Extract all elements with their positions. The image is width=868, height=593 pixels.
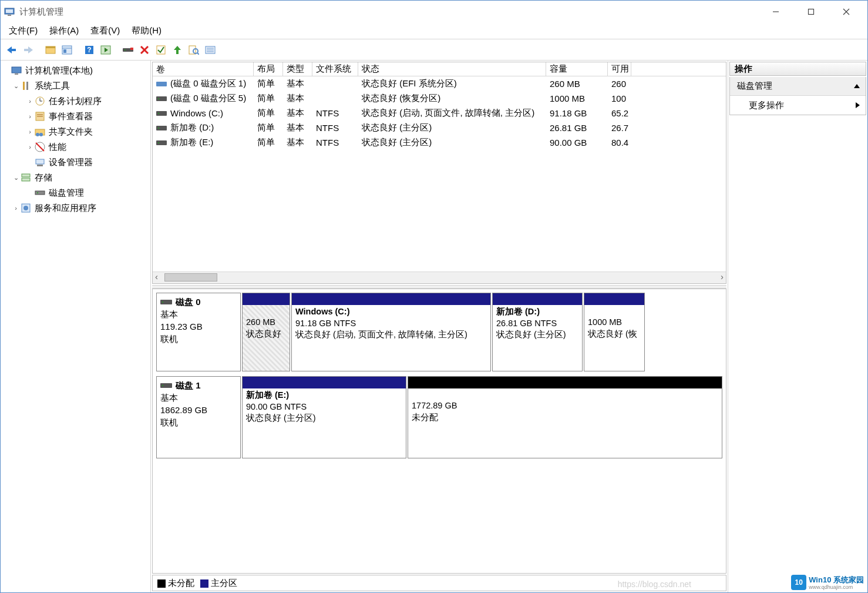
vol-fs: NTFS (312, 108, 358, 118)
disk-header[interactable]: 磁盘 1 基本 1862.89 GB 联机 (156, 376, 241, 458)
partition-d0p4[interactable]: 1000 MB 状态良好 (恢 (584, 293, 645, 371)
disk-map: 磁盘 0 基本 119.23 GB 联机 260 MB 状态良好 (152, 289, 726, 574)
collapse-icon[interactable]: ⌄ (12, 82, 19, 90)
partition-d0p1[interactable]: 260 MB 状态良好 (242, 293, 290, 371)
vol-status: 状态良好 (主分区) (358, 122, 546, 133)
disk-row-1: 磁盘 1 基本 1862.89 GB 联机 新加卷 (E:) 90.00 GB … (156, 376, 722, 458)
menu-action[interactable]: 操作(A) (49, 25, 79, 36)
maximize-button[interactable] (793, 1, 829, 23)
volume-row[interactable]: 新加卷 (E:) 简单 基本 NTFS 状态良好 (主分区) 90.00 GB … (153, 135, 726, 150)
volume-row[interactable]: 新加卷 (D:) 简单 基本 NTFS 状态良好 (主分区) 26.81 GB … (153, 120, 726, 135)
disk-size: 1862.89 GB (160, 404, 237, 416)
svg-rect-62 (156, 126, 167, 130)
back-button[interactable] (4, 42, 19, 58)
part-title: 新加卷 (D:) (496, 306, 578, 318)
partition-d0p2[interactable]: Windows (C:) 91.18 GB NTFS 状态良好 (启动, 页面文… (291, 293, 491, 371)
storage-icon (21, 172, 31, 183)
actions-more[interactable]: 更多操作 (730, 96, 866, 115)
expand-icon[interactable]: › (26, 98, 33, 105)
properties-button[interactable] (59, 42, 75, 58)
tree-task-scheduler[interactable]: › 任务计划程序 (1, 93, 150, 109)
tree-root[interactable]: 计算机管理(本地) (1, 63, 150, 78)
volume-row[interactable]: (磁盘 0 磁盘分区 1) 简单 基本 状态良好 (EFI 系统分区) 260 … (153, 76, 726, 91)
show-hide-tree-button[interactable] (43, 42, 58, 58)
expand-icon[interactable]: › (26, 113, 33, 120)
performance-icon (35, 142, 45, 152)
disk-size: 119.23 GB (160, 320, 237, 333)
delete-button[interactable] (137, 42, 152, 58)
col-capacity[interactable]: 容量 (546, 62, 608, 76)
minimize-button[interactable] (758, 1, 793, 23)
tree-services-apps[interactable]: › 服务和应用程序 (1, 200, 150, 216)
tree-performance[interactable]: › 性能 (1, 139, 150, 155)
volume-row[interactable]: (磁盘 0 磁盘分区 5) 简单 基本 状态良好 (恢复分区) 1000 MB … (153, 91, 726, 106)
col-layout[interactable]: 布局 (254, 62, 283, 76)
list-button[interactable] (203, 42, 218, 58)
collapse-icon[interactable]: ⌄ (12, 174, 19, 182)
disk-header[interactable]: 磁盘 0 基本 119.23 GB 联机 (156, 293, 241, 371)
col-fs[interactable]: 文件系统 (312, 62, 358, 76)
tree-label: 磁盘管理 (49, 187, 84, 199)
tree-label: 服务和应用程序 (35, 203, 96, 214)
partition-bar (408, 377, 722, 388)
tree-system-tools[interactable]: ⌄ 系统工具 (1, 78, 150, 93)
partition-d0p3[interactable]: 新加卷 (D:) 26.81 GB NTFS 状态良好 (主分区) (492, 293, 583, 371)
actions-section-disk-mgmt[interactable]: 磁盘管理 (730, 77, 866, 96)
window-title: 计算机管理 (19, 6, 758, 18)
partition-d1p1[interactable]: 新加卷 (E:) 90.00 GB NTFS 状态良好 (主分区) (242, 376, 406, 458)
expand-icon[interactable]: › (26, 128, 33, 135)
legend-unallocated: 未分配 (168, 578, 194, 588)
svg-rect-1 (6, 9, 13, 13)
center-pane: 卷 布局 类型 文件系统 状态 容量 可用 (磁盘 0 磁盘分区 1) 简单 基… (151, 61, 728, 592)
svg-point-69 (162, 385, 163, 386)
forward-button[interactable] (21, 42, 36, 58)
volume-row[interactable]: Windows (C:) 简单 基本 NTFS 状态良好 (启动, 页面文件, … (153, 106, 726, 120)
svg-text:?: ? (87, 46, 91, 54)
part-size: 1772.89 GB (412, 400, 718, 412)
svg-rect-53 (35, 191, 45, 195)
partition-d1p2-unallocated[interactable]: 1772.89 GB 未分配 (408, 376, 722, 458)
tree-disk-management[interactable]: 磁盘管理 (1, 185, 150, 200)
scroll-thumb[interactable] (164, 273, 217, 282)
col-type[interactable]: 类型 (283, 62, 312, 76)
check-button[interactable] (153, 42, 169, 58)
svg-rect-2 (8, 15, 11, 16)
part-line2: 90.00 GB NTFS (246, 401, 402, 413)
up-button[interactable] (170, 42, 185, 58)
menu-file[interactable]: 文件(F) (9, 25, 38, 36)
col-avail[interactable]: 可用 (608, 62, 631, 76)
part-title: 新加卷 (E:) (246, 390, 402, 401)
svg-point-61 (158, 113, 159, 114)
close-button[interactable] (829, 1, 864, 23)
tree-label: 任务计划程序 (49, 96, 102, 107)
expand-icon[interactable]: › (26, 143, 33, 150)
find-button[interactable] (186, 42, 201, 58)
vol-type: 基本 (283, 93, 312, 104)
disk-row-0: 磁盘 0 基本 119.23 GB 联机 260 MB 状态良好 (156, 293, 722, 371)
col-volume[interactable]: 卷 (153, 62, 254, 76)
part-status: 状态良好 (启动, 页面文件, 故障转储, 主分区) (295, 329, 487, 341)
vol-layout: 简单 (254, 108, 283, 119)
tools-icon (21, 81, 31, 91)
svg-point-54 (37, 192, 38, 193)
vol-status: 状态良好 (恢复分区) (358, 93, 546, 104)
title-bar: 计算机管理 (1, 1, 867, 23)
expand-icon[interactable]: › (12, 205, 19, 212)
menu-help[interactable]: 帮助(H) (132, 25, 162, 36)
tree-shared-folders[interactable]: › 共享文件夹 (1, 124, 150, 139)
help-button[interactable]: ? (82, 42, 97, 58)
vol-name: Windows (C:) (170, 108, 223, 118)
tree-device-manager[interactable]: 设备管理器 (1, 155, 150, 170)
refresh-button[interactable] (98, 42, 113, 58)
part-size: 260 MB (246, 317, 286, 329)
horizontal-scrollbar[interactable] (153, 272, 726, 283)
tree-storage[interactable]: ⌄ 存储 (1, 170, 150, 185)
tree-event-viewer[interactable]: › 事件查看器 (1, 109, 150, 124)
disk-title: 磁盘 1 (176, 379, 201, 391)
col-status[interactable]: 状态 (358, 62, 546, 76)
partition-bar (292, 293, 490, 305)
menu-view[interactable]: 查看(V) (90, 25, 120, 36)
disk-icon-button[interactable] (120, 42, 136, 58)
svg-rect-8 (11, 49, 16, 51)
disk-icon (160, 299, 172, 306)
